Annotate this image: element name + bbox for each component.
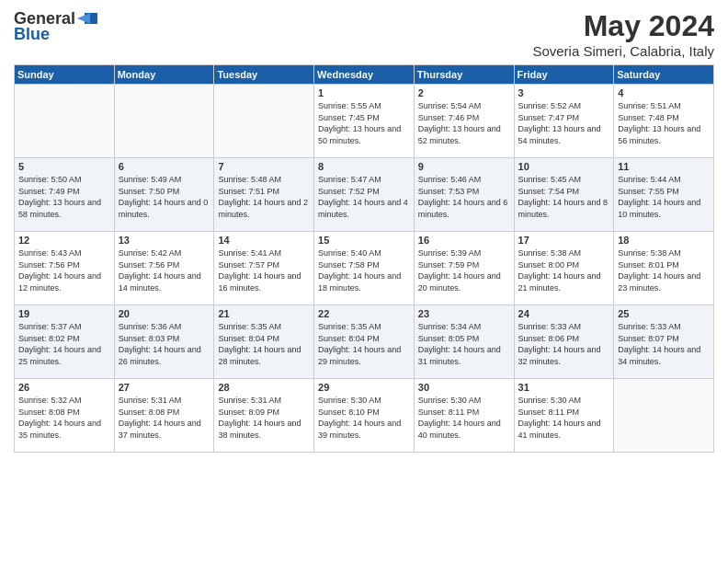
day-number: 27 (119, 382, 210, 393)
table-row: 18Sunrise: 5:38 AMSunset: 8:01 PMDayligh… (614, 232, 714, 305)
day-info: Sunrise: 5:36 AMSunset: 8:03 PMDaylight:… (119, 321, 210, 367)
table-row: 17Sunrise: 5:38 AMSunset: 8:00 PMDayligh… (514, 232, 614, 305)
day-number: 25 (618, 308, 710, 319)
day-info: Sunrise: 5:39 AMSunset: 7:59 PMDaylight:… (418, 247, 510, 293)
logo-icon (77, 11, 97, 28)
day-info: Sunrise: 5:35 AMSunset: 8:04 PMDaylight:… (218, 321, 310, 367)
day-info: Sunrise: 5:38 AMSunset: 8:01 PMDaylight:… (618, 247, 710, 293)
day-info: Sunrise: 5:30 AMSunset: 8:11 PMDaylight:… (518, 395, 610, 441)
day-number: 13 (119, 235, 210, 246)
calendar-week-row: 1Sunrise: 5:55 AMSunset: 7:45 PMDaylight… (15, 85, 714, 158)
table-row: 23Sunrise: 5:34 AMSunset: 8:05 PMDayligh… (414, 305, 514, 379)
table-row: 5Sunrise: 5:50 AMSunset: 7:49 PMDaylight… (15, 158, 115, 232)
day-number: 18 (618, 235, 710, 246)
table-row (214, 85, 314, 158)
day-number: 23 (418, 308, 510, 319)
day-info: Sunrise: 5:47 AMSunset: 7:52 PMDaylight:… (318, 174, 410, 220)
day-info: Sunrise: 5:43 AMSunset: 7:56 PMDaylight:… (18, 247, 110, 293)
table-row: 11Sunrise: 5:44 AMSunset: 7:55 PMDayligh… (614, 158, 714, 232)
day-number: 31 (518, 382, 610, 393)
weekday-header-friday: Friday (514, 65, 614, 85)
day-number: 2 (418, 87, 510, 98)
day-info: Sunrise: 5:30 AMSunset: 8:10 PMDaylight:… (318, 395, 410, 441)
day-info: Sunrise: 5:48 AMSunset: 7:51 PMDaylight:… (218, 174, 310, 220)
day-number: 28 (218, 382, 310, 393)
day-info: Sunrise: 5:41 AMSunset: 7:57 PMDaylight:… (218, 247, 310, 293)
header-area: General Blue May 2024 Soveria Simeri, Ca… (14, 9, 714, 59)
day-number: 7 (218, 161, 310, 172)
day-number: 22 (318, 308, 410, 319)
weekday-header-sunday: Sunday (15, 65, 115, 85)
day-number: 30 (418, 382, 510, 393)
day-number: 6 (119, 161, 210, 172)
weekday-header-monday: Monday (114, 65, 214, 85)
table-row: 9Sunrise: 5:46 AMSunset: 7:53 PMDaylight… (414, 158, 514, 232)
table-row: 16Sunrise: 5:39 AMSunset: 7:59 PMDayligh… (414, 232, 514, 305)
day-info: Sunrise: 5:49 AMSunset: 7:50 PMDaylight:… (119, 174, 210, 220)
page: General Blue May 2024 Soveria Simeri, Ca… (0, 0, 728, 563)
day-number: 1 (318, 87, 410, 98)
table-row: 24Sunrise: 5:33 AMSunset: 8:06 PMDayligh… (514, 305, 614, 379)
day-number: 14 (218, 235, 310, 246)
day-number: 16 (418, 235, 510, 246)
weekday-header-wednesday: Wednesday (314, 65, 415, 85)
calendar: SundayMondayTuesdayWednesdayThursdayFrid… (14, 64, 714, 453)
day-info: Sunrise: 5:31 AMSunset: 8:09 PMDaylight:… (218, 395, 310, 441)
day-number: 26 (18, 382, 110, 393)
table-row: 2Sunrise: 5:54 AMSunset: 7:46 PMDaylight… (414, 85, 514, 158)
month-title: May 2024 (532, 9, 714, 43)
day-info: Sunrise: 5:55 AMSunset: 7:45 PMDaylight:… (318, 100, 410, 146)
day-info: Sunrise: 5:32 AMSunset: 8:08 PMDaylight:… (18, 395, 110, 441)
day-info: Sunrise: 5:44 AMSunset: 7:55 PMDaylight:… (618, 174, 710, 220)
day-number: 10 (518, 161, 610, 172)
logo-blue: Blue (14, 25, 50, 44)
day-info: Sunrise: 5:50 AMSunset: 7:49 PMDaylight:… (18, 174, 110, 220)
weekday-header-row: SundayMondayTuesdayWednesdayThursdayFrid… (15, 65, 714, 85)
day-number: 19 (18, 308, 110, 319)
table-row: 6Sunrise: 5:49 AMSunset: 7:50 PMDaylight… (114, 158, 214, 232)
table-row: 31Sunrise: 5:30 AMSunset: 8:11 PMDayligh… (514, 379, 614, 453)
table-row: 13Sunrise: 5:42 AMSunset: 7:56 PMDayligh… (114, 232, 214, 305)
table-row (114, 85, 214, 158)
day-number: 9 (418, 161, 510, 172)
table-row: 30Sunrise: 5:30 AMSunset: 8:11 PMDayligh… (414, 379, 514, 453)
table-row: 22Sunrise: 5:35 AMSunset: 8:04 PMDayligh… (314, 305, 415, 379)
day-info: Sunrise: 5:31 AMSunset: 8:08 PMDaylight:… (119, 395, 210, 441)
table-row: 12Sunrise: 5:43 AMSunset: 7:56 PMDayligh… (15, 232, 115, 305)
day-number: 21 (218, 308, 310, 319)
weekday-header-tuesday: Tuesday (214, 65, 314, 85)
day-info: Sunrise: 5:38 AMSunset: 8:00 PMDaylight:… (518, 247, 610, 293)
day-info: Sunrise: 5:34 AMSunset: 8:05 PMDaylight:… (418, 321, 510, 367)
table-row: 28Sunrise: 5:31 AMSunset: 8:09 PMDayligh… (214, 379, 314, 453)
day-number: 15 (318, 235, 410, 246)
table-row: 4Sunrise: 5:51 AMSunset: 7:48 PMDaylight… (614, 85, 714, 158)
table-row (15, 85, 115, 158)
day-number: 3 (518, 87, 610, 98)
calendar-week-row: 26Sunrise: 5:32 AMSunset: 8:08 PMDayligh… (15, 379, 714, 453)
day-number: 17 (518, 235, 610, 246)
table-row: 1Sunrise: 5:55 AMSunset: 7:45 PMDaylight… (314, 85, 415, 158)
day-info: Sunrise: 5:33 AMSunset: 8:06 PMDaylight:… (518, 321, 610, 367)
location-title: Soveria Simeri, Calabria, Italy (532, 43, 714, 59)
svg-marker-1 (77, 13, 90, 24)
table-row: 8Sunrise: 5:47 AMSunset: 7:52 PMDaylight… (314, 158, 415, 232)
table-row (614, 379, 714, 453)
day-number: 11 (618, 161, 710, 172)
day-info: Sunrise: 5:51 AMSunset: 7:48 PMDaylight:… (618, 100, 710, 146)
day-number: 20 (119, 308, 210, 319)
table-row: 26Sunrise: 5:32 AMSunset: 8:08 PMDayligh… (15, 379, 115, 453)
day-number: 4 (618, 87, 710, 98)
weekday-header-saturday: Saturday (614, 65, 714, 85)
table-row: 14Sunrise: 5:41 AMSunset: 7:57 PMDayligh… (214, 232, 314, 305)
day-number: 5 (18, 161, 110, 172)
day-info: Sunrise: 5:30 AMSunset: 8:11 PMDaylight:… (418, 395, 510, 441)
table-row: 10Sunrise: 5:45 AMSunset: 7:54 PMDayligh… (514, 158, 614, 232)
day-number: 29 (318, 382, 410, 393)
day-info: Sunrise: 5:37 AMSunset: 8:02 PMDaylight:… (18, 321, 110, 367)
weekday-header-thursday: Thursday (414, 65, 514, 85)
day-number: 12 (18, 235, 110, 246)
table-row: 25Sunrise: 5:33 AMSunset: 8:07 PMDayligh… (614, 305, 714, 379)
title-area: May 2024 Soveria Simeri, Calabria, Italy (532, 9, 714, 59)
day-info: Sunrise: 5:33 AMSunset: 8:07 PMDaylight:… (618, 321, 710, 367)
table-row: 3Sunrise: 5:52 AMSunset: 7:47 PMDaylight… (514, 85, 614, 158)
